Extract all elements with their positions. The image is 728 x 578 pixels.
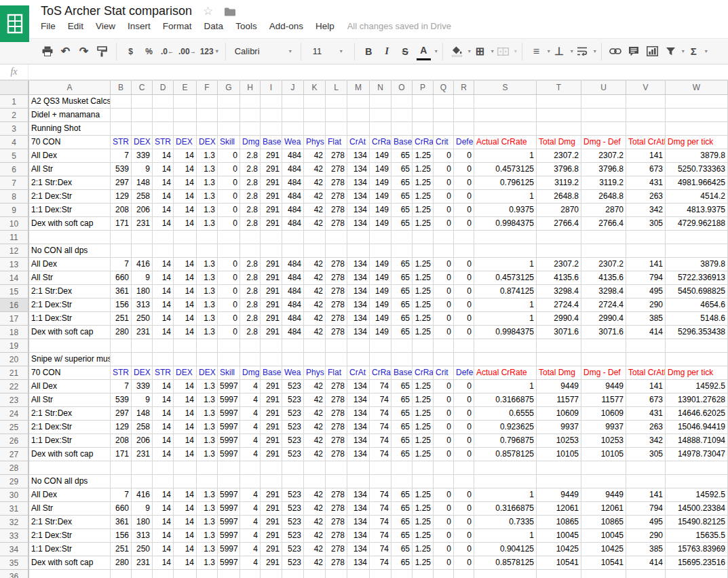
cell-F15[interactable]: 1.3 xyxy=(197,285,218,298)
cell-P2[interactable] xyxy=(413,109,434,122)
dropdown-arrow-icon[interactable]: ▾ xyxy=(571,48,573,54)
row-header-29[interactable]: 29 xyxy=(0,475,29,488)
cell-V11[interactable] xyxy=(626,231,666,244)
cell-M29[interactable] xyxy=(347,475,370,488)
cell-E6[interactable]: 14 xyxy=(174,163,197,176)
cell-M3[interactable] xyxy=(347,122,370,136)
cell-M16[interactable]: 134 xyxy=(347,298,370,312)
cell-S35[interactable]: 0.8578125 xyxy=(474,556,537,570)
row-header-31[interactable]: 31 xyxy=(0,502,29,516)
cell-C8[interactable]: 258 xyxy=(132,190,153,204)
dropdown-arrow-icon[interactable]: ▾ xyxy=(682,48,685,54)
cell-W28[interactable] xyxy=(666,461,728,475)
cell-V14[interactable]: 794 xyxy=(626,271,666,285)
cell-K3[interactable] xyxy=(304,122,326,136)
row-header-4[interactable]: 4 xyxy=(0,136,29,149)
cell-T35[interactable]: 10541 xyxy=(537,556,581,570)
cell-K18[interactable]: 42 xyxy=(304,326,326,339)
cell-C29[interactable] xyxy=(132,475,153,488)
cell-F17[interactable]: 1.3 xyxy=(197,312,218,326)
cell-U31[interactable]: 12061 xyxy=(581,502,626,516)
cell-E31[interactable]: 14 xyxy=(174,502,197,516)
row-header-22[interactable]: 22 xyxy=(0,380,29,393)
cell-F5[interactable]: 1.3 xyxy=(197,149,218,163)
cell-I8[interactable]: 291 xyxy=(261,190,282,204)
format-currency-button[interactable]: $ xyxy=(123,43,138,60)
cell-D28[interactable] xyxy=(153,461,174,475)
cell-B8[interactable]: 129 xyxy=(111,190,132,204)
cell-N15[interactable]: 149 xyxy=(370,285,391,298)
cell-U6[interactable]: 3796.8 xyxy=(581,163,626,176)
row-header-35[interactable]: 35 xyxy=(0,556,29,570)
column-header-W[interactable]: W xyxy=(666,81,728,95)
cell-H7[interactable]: 2.8 xyxy=(240,176,261,190)
cell-R30[interactable]: 0 xyxy=(454,488,474,502)
cell-J2[interactable] xyxy=(282,109,304,122)
cell-S12[interactable] xyxy=(474,244,537,258)
cell-Q30[interactable]: 0 xyxy=(434,488,454,502)
cell-K31[interactable]: 42 xyxy=(304,502,326,516)
cell-G35[interactable]: 5997 xyxy=(218,556,240,570)
cell-V3[interactable] xyxy=(626,122,666,136)
cell-S9[interactable]: 0.9375 xyxy=(474,204,537,217)
cell-M1[interactable] xyxy=(347,95,370,109)
cell-E2[interactable] xyxy=(174,109,197,122)
cell-R13[interactable]: 0 xyxy=(454,258,474,271)
cell-U15[interactable]: 3298.4 xyxy=(581,285,626,298)
cell-P28[interactable] xyxy=(413,461,434,475)
cell-P10[interactable]: 1.25 xyxy=(413,217,434,231)
cell-Q22[interactable]: 0 xyxy=(434,380,454,393)
cell-V2[interactable] xyxy=(626,109,666,122)
cell-Q12[interactable] xyxy=(434,244,454,258)
cell-Q14[interactable]: 0 xyxy=(434,271,454,285)
cell-J12[interactable] xyxy=(282,244,304,258)
cell-L7[interactable]: 278 xyxy=(326,176,347,190)
cell-B18[interactable]: 280 xyxy=(111,326,132,339)
cell-R12[interactable] xyxy=(454,244,474,258)
cell-G11[interactable] xyxy=(218,231,240,244)
cell-W23[interactable]: 13901.27628 xyxy=(666,393,728,407)
cell-L5[interactable]: 278 xyxy=(326,149,347,163)
cell-E14[interactable]: 14 xyxy=(174,271,197,285)
cell-L30[interactable]: 278 xyxy=(326,488,347,502)
cell-R5[interactable]: 0 xyxy=(454,149,474,163)
cell-G5[interactable]: 0 xyxy=(218,149,240,163)
cell-B1[interactable] xyxy=(111,95,132,109)
insert-chart-button[interactable] xyxy=(645,43,659,60)
menu-item-edit[interactable]: Edit xyxy=(62,19,90,33)
cell-V26[interactable]: 342 xyxy=(626,434,666,448)
cell-S27[interactable]: 0.8578125 xyxy=(474,448,537,461)
cell-H28[interactable] xyxy=(240,461,261,475)
cell-O24[interactable]: 65 xyxy=(391,407,413,421)
cell-B22[interactable]: 7 xyxy=(111,380,132,393)
more-formats-button[interactable]: 123▾ xyxy=(200,43,218,60)
cell-T20[interactable] xyxy=(537,353,581,366)
row-header-2[interactable]: 2 xyxy=(0,109,29,122)
cell-F34[interactable]: 1.3 xyxy=(197,543,218,556)
cell-W7[interactable]: 4981.966425 xyxy=(666,176,728,190)
cell-H2[interactable] xyxy=(240,109,261,122)
font-size-select[interactable]: 11 ▾ xyxy=(306,46,349,56)
cell-M28[interactable] xyxy=(347,461,370,475)
cell-T23[interactable]: 11577 xyxy=(537,393,581,407)
cell-O10[interactable]: 65 xyxy=(391,217,413,231)
cell-B5[interactable]: 7 xyxy=(111,149,132,163)
cell-T1[interactable] xyxy=(537,95,581,109)
cell-I23[interactable]: 291 xyxy=(261,393,282,407)
cell-R31[interactable]: 0 xyxy=(454,502,474,516)
cell-Q7[interactable]: 0 xyxy=(434,176,454,190)
column-header-S[interactable]: S xyxy=(474,81,537,95)
cell-C16[interactable]: 313 xyxy=(132,298,153,312)
cell-V13[interactable]: 141 xyxy=(626,258,666,271)
cell-I22[interactable]: 291 xyxy=(261,380,282,393)
cell-J1[interactable] xyxy=(282,95,304,109)
cell-L27[interactable]: 278 xyxy=(326,448,347,461)
sheets-logo-icon[interactable] xyxy=(0,5,29,42)
cell-D10[interactable]: 14 xyxy=(153,217,174,231)
cell-M27[interactable]: 134 xyxy=(347,448,370,461)
cell-L17[interactable]: 278 xyxy=(326,312,347,326)
save-status[interactable]: All changes saved in Drive xyxy=(347,21,451,31)
cell-F22[interactable]: 1.3 xyxy=(197,380,218,393)
menu-item-file[interactable]: File xyxy=(35,19,62,33)
cell-J36[interactable] xyxy=(282,570,304,578)
